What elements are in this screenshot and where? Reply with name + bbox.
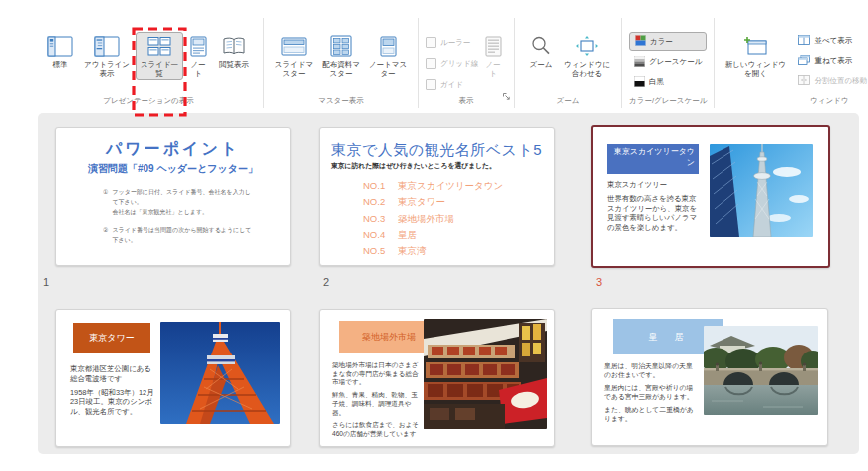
guides-checkbox[interactable] bbox=[426, 79, 436, 90]
group-master-views: スライドマスター 配布資料マスター ノートマスター マスター表示 bbox=[264, 18, 419, 108]
cascade-button[interactable]: 重ねて表示 bbox=[793, 52, 868, 70]
group-label-master-views: マスター表示 bbox=[264, 96, 418, 106]
slide-master-label: スライドマスター bbox=[274, 60, 314, 79]
slide1-bullet-2: ② スライド番号は当問題の次から開始するようにして下さい。 bbox=[103, 225, 254, 245]
list-item: NO.3築地場外市場 bbox=[363, 211, 554, 227]
normal-view-button[interactable]: 標準 bbox=[42, 32, 78, 70]
ruler-checkbox[interactable] bbox=[426, 37, 436, 48]
notes-page-button[interactable]: ノート bbox=[185, 32, 211, 80]
notes-master-icon bbox=[380, 34, 397, 58]
group-zoom: ズーム ウィンドウに合わせる ズーム bbox=[515, 18, 622, 108]
zoom-label: ズーム bbox=[530, 60, 553, 69]
slide1-number: 1 bbox=[43, 276, 49, 288]
move-split-label: 分割位置の移動 bbox=[814, 76, 867, 86]
market-photo bbox=[424, 319, 547, 429]
group-label-window: ウィンドウ bbox=[715, 96, 868, 106]
slide1-bullet-1: ① フッター部に日付、スライド番号、会社名を入力して下さい。 会社名は「東京観光… bbox=[103, 187, 254, 218]
slide-master-icon bbox=[281, 34, 307, 58]
handout-master-button[interactable]: 配布資料マスター bbox=[318, 32, 364, 80]
grayscale-button[interactable]: グレースケール bbox=[629, 53, 707, 71]
arrange-all-label: 並べて表示 bbox=[814, 36, 852, 46]
guides-checkbox-row[interactable]: ガイド bbox=[426, 74, 479, 95]
outline-view-label: アウトライン表示 bbox=[82, 60, 132, 79]
group-label-color-grayscale: カラー/グレースケール bbox=[622, 96, 714, 106]
group-color-grayscale: カラー グレースケール 白黒 カラー/グレースケール bbox=[622, 18, 715, 108]
slide6-body: 皇居は、明治天皇以降の天皇のお住まいです。 皇居内には、宮殿や祈りの場である宮中… bbox=[604, 362, 698, 428]
slide2-ranking-list: NO.1東京スカイツリータウン NO.2東京タワー NO.3築地場外市場 NO.… bbox=[363, 178, 554, 260]
palace-photo bbox=[704, 326, 818, 415]
guides-label: ガイド bbox=[440, 80, 463, 90]
notes-master-button[interactable]: ノートマスター bbox=[366, 32, 410, 80]
slide4-body: 東京都港区芝公園にある総合電波塔です 1958年（昭和33年）12月23日竣工。… bbox=[70, 364, 157, 421]
slide-thumbnail-4[interactable]: 東京タワー 東京都港区芝公園にある総合電波塔です 1958年（昭和33年）12月… bbox=[55, 309, 291, 447]
reading-view-icon bbox=[222, 34, 246, 58]
slide-thumbnail-3-selected[interactable]: 東京スカイツリータウン 東京スカイツリー 世界有数の高さを誇る東京スカイツリーか… bbox=[591, 125, 830, 268]
tokyo-tower-photo bbox=[160, 322, 280, 424]
arrange-all-button[interactable]: 並べて表示 bbox=[793, 32, 868, 50]
color-icon bbox=[635, 35, 646, 48]
gridlines-label: グリッド線 bbox=[440, 59, 478, 69]
black-white-icon bbox=[634, 76, 645, 89]
normal-view-icon bbox=[47, 34, 73, 58]
move-split-button[interactable]: 分割位置の移動 bbox=[793, 72, 868, 90]
slide2-title: 東京で人気の観光名所ベスト5 bbox=[331, 141, 554, 160]
slide3-body: 東京スカイツリー 世界有数の高さを誇る東京スカイツリーから、東京を見渡す素晴らし… bbox=[607, 180, 703, 237]
slide5-body: 築地場外市場は日本のさまざまな食の専門店が集まる総合市場です。 鮮魚、青果、精肉… bbox=[332, 361, 424, 443]
notes-icon bbox=[485, 34, 502, 58]
gridlines-checkbox[interactable] bbox=[426, 58, 436, 69]
slide-sorter-button[interactable]: スライド一覧 bbox=[136, 32, 183, 80]
slide-thumbnail-1[interactable]: パワーポイント 演習問題「#09 ヘッダーとフッター」 ① フッター部に日付、ス… bbox=[55, 127, 291, 266]
list-item: NO.4皇居 bbox=[363, 227, 554, 243]
slide2-subtitle: 東京に訪れた際はぜひ行きたいところを選びました。 bbox=[331, 161, 554, 171]
notes-page-icon bbox=[190, 34, 207, 58]
group-label-presentation-views: プレゼンテーションの表示 bbox=[34, 96, 263, 106]
ruler-checkbox-row[interactable]: ルーラー bbox=[426, 32, 479, 53]
fit-to-window-button[interactable]: ウィンドウに合わせる bbox=[561, 32, 613, 80]
slide3-title-box: 東京スカイツリータウン bbox=[607, 144, 699, 174]
group-presentation-views: 標準 アウトライン表示 スライド一覧 ノート 閲覧表示 bbox=[34, 18, 264, 108]
group-label-show: 表示 bbox=[419, 96, 514, 106]
fit-to-window-label: ウィンドウに合わせる bbox=[563, 60, 611, 79]
ruler-label: ルーラー bbox=[440, 38, 470, 48]
skytree-photo bbox=[710, 144, 813, 237]
notes-button[interactable]: ノート bbox=[480, 32, 506, 80]
color-label: カラー bbox=[650, 37, 673, 47]
handout-master-icon bbox=[330, 34, 352, 58]
zoom-button[interactable]: ズーム bbox=[523, 32, 559, 70]
list-item: NO.2東京タワー bbox=[363, 194, 554, 210]
outline-view-icon bbox=[94, 34, 120, 58]
grayscale-icon bbox=[634, 56, 645, 69]
notes-page-label: ノート bbox=[187, 60, 209, 79]
group-label-zoom: ズーム bbox=[515, 96, 621, 106]
slide-thumbnail-6[interactable]: 皇 居 皇居は、明治天皇以降の天皇のお住まいです。 皇居内には、宮殿や祈りの場で… bbox=[591, 308, 828, 446]
normal-view-label: 標準 bbox=[53, 60, 68, 69]
zoom-magnifier-icon bbox=[530, 34, 552, 58]
ribbon-view-tab: 標準 アウトライン表示 スライド一覧 ノート 閲覧表示 bbox=[34, 18, 868, 108]
slide1-bullets: ① フッター部に日付、スライド番号、会社名を入力して下さい。 会社名は「東京観光… bbox=[103, 187, 254, 245]
grayscale-label: グレースケール bbox=[649, 57, 702, 67]
new-window-button[interactable]: 新しいウィンドウを開く bbox=[723, 32, 788, 80]
black-white-button[interactable]: 白黒 bbox=[629, 73, 707, 91]
slide-thumbnail-5[interactable]: 築地場外市場 築地場外市場は日本のさまざまな食の専門店が集まる総合市場です。 鮮… bbox=[319, 309, 555, 447]
slide-thumbnail-2[interactable]: 東京で人気の観光名所ベスト5 東京に訪れた際はぜひ行きたいところを選びました。 … bbox=[319, 127, 555, 266]
group-show: ルーラー グリッド線 ガイド ノート 表示 bbox=[419, 18, 515, 108]
color-button[interactable]: カラー bbox=[629, 32, 707, 51]
slide-sorter-icon bbox=[147, 34, 171, 58]
outline-view-button[interactable]: アウトライン表示 bbox=[80, 32, 134, 80]
slide1-subtitle: 演習問題「#09 ヘッダーとフッター」 bbox=[56, 162, 290, 176]
list-item: NO.1東京スカイツリータウン bbox=[363, 178, 554, 194]
arrange-all-icon bbox=[798, 35, 810, 47]
list-item: NO.5東京湾 bbox=[363, 243, 554, 259]
slide-master-button[interactable]: スライドマスター bbox=[272, 32, 316, 80]
reading-view-label: 閲覧表示 bbox=[219, 60, 249, 69]
group-window: 新しいウィンドウを開く 並べて表示 重ねて表示 分割位置の移動 bbox=[715, 18, 868, 108]
handout-master-label: 配布資料マスター bbox=[320, 60, 362, 79]
notes-master-label: ノートマスター bbox=[368, 60, 408, 79]
gridlines-checkbox-row[interactable]: グリッド線 bbox=[426, 53, 479, 74]
fit-to-window-icon bbox=[575, 34, 599, 58]
new-window-label: 新しいウィンドウを開く bbox=[724, 60, 786, 79]
reading-view-button[interactable]: 閲覧表示 bbox=[213, 32, 255, 70]
notes-label: ノート bbox=[482, 60, 504, 79]
cascade-label: 重ねて表示 bbox=[814, 56, 852, 66]
slide4-title-box: 東京タワー bbox=[73, 323, 150, 353]
